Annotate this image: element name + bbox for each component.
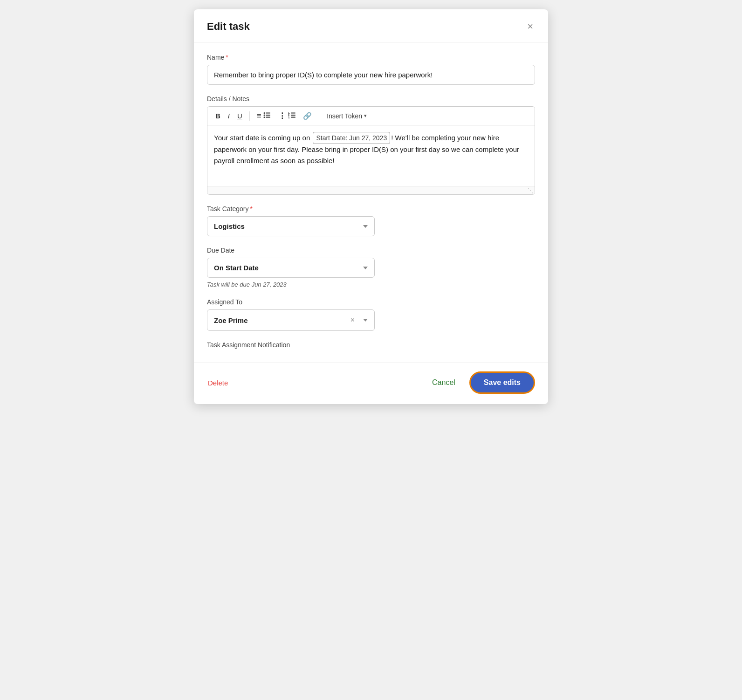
editor-resize-handle[interactable]: ⋱ [207, 186, 535, 194]
task-notification-label: Task Assignment Notification [207, 341, 535, 349]
svg-point-2 [263, 115, 265, 116]
assignee-clear-button[interactable]: × [349, 316, 357, 325]
details-label: Details / Notes [207, 95, 535, 103]
resize-dots-icon: ⋱ [528, 187, 533, 194]
task-category-dropdown-button[interactable]: Logistics [207, 216, 375, 236]
edit-task-modal: Edit task × Name * Details / Notes B I U [194, 9, 548, 404]
save-edits-button[interactable]: Save edits [469, 371, 535, 394]
task-category-required-star: * [250, 205, 252, 213]
svg-rect-3 [266, 115, 270, 116]
assignee-controls: × [349, 316, 368, 325]
italic-button[interactable]: I [225, 110, 233, 122]
name-field-group: Name * [207, 54, 535, 85]
modal-header: Edit task × [194, 9, 548, 42]
modal-body: Name * Details / Notes B I U [194, 42, 548, 359]
link-icon: 🔗 [303, 112, 312, 120]
details-field-group: Details / Notes B I U [207, 95, 535, 195]
insert-token-label: Insert Token [327, 112, 362, 120]
task-category-chevron-icon [363, 225, 368, 228]
task-category-field-group: Task Category * Logistics [207, 205, 535, 236]
editor-content[interactable]: Your start date is coming up on Start Da… [207, 125, 535, 186]
cancel-button[interactable]: Cancel [427, 376, 460, 390]
underline-button[interactable]: U [234, 110, 246, 122]
ordered-list-icon: 1. 2. 3. [278, 112, 295, 120]
due-date-chevron-icon [363, 267, 368, 269]
start-date-token: Start Date: Jun 27, 2023 [313, 132, 390, 144]
svg-text:3.: 3. [288, 116, 290, 118]
name-label: Name * [207, 54, 535, 61]
assigned-to-field-group: Assigned To Zoe Prime × [207, 298, 535, 331]
due-date-hint: Task will be due Jun 27, 2023 [207, 281, 535, 288]
rich-editor: B I U [207, 106, 535, 195]
svg-rect-9 [291, 115, 295, 116]
insert-token-chevron-icon: ▾ [364, 113, 367, 119]
close-button[interactable]: × [525, 20, 535, 34]
editor-toolbar: B I U [207, 107, 535, 125]
svg-rect-5 [266, 117, 270, 118]
task-notification-field-group: Task Assignment Notification [207, 341, 535, 349]
insert-token-button[interactable]: Insert Token ▾ [323, 110, 371, 122]
due-date-value: On Start Date [214, 264, 259, 272]
task-category-value: Logistics [214, 222, 245, 230]
due-date-select: On Start Date [207, 258, 375, 278]
assignee-select[interactable]: Zoe Prime × [207, 309, 375, 331]
link-button[interactable]: 🔗 [300, 110, 315, 122]
svg-rect-1 [266, 113, 270, 114]
modal-title: Edit task [207, 21, 250, 33]
footer-right: Cancel Save edits [427, 371, 535, 394]
assigned-to-label: Assigned To [207, 298, 535, 306]
modal-footer: Delete Cancel Save edits [194, 363, 548, 404]
svg-point-4 [263, 117, 265, 118]
due-date-dropdown-button[interactable]: On Start Date [207, 258, 375, 278]
bold-button[interactable]: B [212, 110, 224, 122]
unordered-list-button[interactable] [254, 110, 274, 122]
due-date-label: Due Date [207, 247, 535, 254]
svg-rect-7 [291, 113, 295, 114]
assignee-value: Zoe Prime [214, 316, 248, 324]
toolbar-divider-2 [319, 111, 319, 121]
name-required-star: * [226, 54, 228, 61]
unordered-list-icon [257, 112, 271, 120]
delete-button[interactable]: Delete [207, 376, 229, 390]
name-input[interactable] [207, 65, 535, 85]
editor-text-before: Your start date is coming up on [214, 134, 312, 142]
toolbar-divider-1 [249, 111, 250, 121]
ordered-list-button[interactable]: 1. 2. 3. [275, 110, 299, 122]
task-category-label: Task Category * [207, 205, 535, 213]
due-date-field-group: Due Date On Start Date Task will be due … [207, 247, 535, 288]
assignee-chevron-icon [363, 319, 368, 322]
task-category-select: Logistics [207, 216, 375, 236]
svg-rect-11 [291, 117, 295, 118]
svg-point-0 [263, 112, 265, 114]
